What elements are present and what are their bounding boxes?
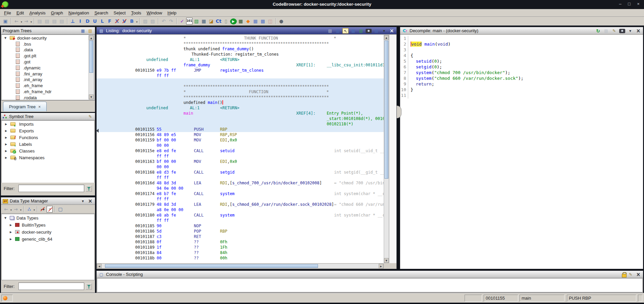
listing-line[interactable]: 00101159bf 00 00MOVEDI,0x0: [97, 137, 384, 143]
memory-map-icon[interactable]: ▦: [237, 18, 244, 24]
decompile-line[interactable]: 6 setgid(0);: [400, 64, 643, 70]
listing-line[interactable]: 00101180e8 ab feCALLsystemint system(cha…: [97, 212, 384, 218]
prev-function-icon[interactable]: ▤: [36, 18, 43, 24]
clear-x-icon[interactable]: X: [114, 18, 120, 24]
open-arrow-icon[interactable]: ▼: [4, 216, 6, 219]
tree-item-imports[interactable]: ▶Imports: [2, 121, 94, 127]
tab-close-icon[interactable]: [38, 104, 41, 109]
filter-config-icon[interactable]: [86, 283, 92, 290]
tree-item--got-plt[interactable]: .got.plt: [2, 53, 94, 59]
closed-arrow-icon[interactable]: ▶: [10, 237, 12, 240]
listing-line[interactable]: 001011880f??0Fh: [97, 239, 384, 245]
closed-arrow-icon[interactable]: ▶: [5, 136, 7, 139]
listing-line[interactable]: mainXREF[4]:Entry Point(*),: [97, 111, 384, 116]
decompile-line[interactable]: 5 setuid(0);: [400, 59, 643, 64]
clear-code-icon[interactable]: Ct: [215, 18, 222, 24]
listing-line[interactable]: ****************************************…: [97, 41, 384, 46]
sphere-icon[interactable]: ●: [278, 18, 285, 24]
tree-item--eh-frame-hdr[interactable]: .eh_frame_hdr: [2, 88, 94, 95]
function-f-icon[interactable]: F: [106, 18, 113, 24]
listing-line[interactable]: 0010118a84??84h: [97, 250, 384, 255]
chevron-icon[interactable]: [381, 28, 387, 34]
prev-range-icon[interactable]: ▤: [51, 18, 58, 24]
listing-line[interactable]: 00101163bf 00 00MOVEDI,0x0: [97, 159, 384, 164]
minimize-icon[interactable]: –: [617, 1, 623, 7]
menu-select[interactable]: Select: [111, 10, 128, 16]
register-table-icon[interactable]: ▦: [252, 18, 259, 24]
tree-item--rodata[interactable]: .rodata: [2, 95, 94, 100]
data-type-manager-filter-input[interactable]: [18, 283, 84, 290]
dtm-filter-arrays-icon[interactable]: →: [47, 206, 53, 212]
menu-window[interactable]: Window: [144, 10, 165, 16]
listing-line[interactable]: ff ff: [97, 154, 384, 159]
stamp-icon[interactable]: ▨: [142, 18, 149, 24]
listing-horizontal-scrollbar[interactable]: ◀ ▶: [97, 263, 384, 268]
tree-item--dynamic[interactable]: .dynamic: [2, 65, 94, 71]
menu-analysis[interactable]: Analysis: [26, 10, 48, 16]
memory-icon[interactable]: ▧: [193, 18, 200, 24]
closed-arrow-icon[interactable]: ▶: [10, 223, 12, 226]
listing-line[interactable]: frame_dummyXREF[1]:__libc_csu_init:00101…: [97, 62, 384, 68]
next-function-icon[interactable]: ▤: [44, 18, 50, 24]
decompile-line[interactable]: 3: [400, 47, 643, 53]
listing-line[interactable]: 0010117948 8d 3dLEARDI,[s_chmod_660_/var…: [97, 202, 384, 207]
paste-icon[interactable]: [335, 28, 341, 34]
listing-line[interactable]: undefinedAL:1<RETURN>: [97, 57, 384, 62]
lock-icon[interactable]: [622, 272, 626, 277]
menu-edit[interactable]: Edit: [14, 10, 26, 16]
new-tree-icon[interactable]: [80, 28, 86, 34]
tree-item--fini-array[interactable]: .fini_array: [2, 71, 94, 77]
copy-icon[interactable]: [327, 28, 333, 34]
close-icon[interactable]: [635, 28, 641, 34]
dtm-forward-icon[interactable]: →▾: [12, 206, 19, 212]
closed-arrow-icon[interactable]: ▶: [5, 149, 7, 153]
listing-line[interactable]: ff ff: [97, 73, 384, 78]
listing-line[interactable]: 00 00: [97, 164, 384, 170]
tab-program-tree[interactable]: Program Tree: [3, 102, 47, 111]
listing-line[interactable]: ff ff: [97, 196, 384, 202]
tree-item-labels[interactable]: ▶Labels: [2, 141, 94, 147]
listing-line[interactable]: 001011891f??1Fh: [97, 245, 384, 250]
open-program-icon[interactable]: [87, 28, 93, 34]
tree-item--eh-frame[interactable]: .eh_frame: [2, 82, 94, 88]
tree-item--got[interactable]: .got: [2, 59, 94, 65]
listing-line[interactable]: 0010118b00??00h: [97, 255, 384, 261]
camera-icon[interactable]: [366, 29, 372, 33]
menu-navigation[interactable]: Navigation: [66, 10, 92, 16]
chevron-icon[interactable]: [627, 28, 633, 34]
listing-line[interactable]: 00101168e8 d3 feCALLsetgidint setgid(__g…: [97, 170, 384, 175]
dtm-back-icon[interactable]: ←▾: [3, 206, 9, 212]
collapse-panel-icon[interactable]: [96, 129, 99, 133]
bookmarks-icon[interactable]: ◪: [208, 18, 215, 24]
listing-line[interactable]: _start:0010108d(*), 001020: [97, 116, 384, 121]
closed-arrow-icon[interactable]: ▶: [10, 230, 12, 233]
run-script-icon[interactable]: ▶: [230, 18, 237, 24]
save-icon[interactable]: ▣: [2, 18, 9, 24]
listing-line[interactable]: 001011865dPOPRBP: [97, 229, 384, 234]
snapshot-table-icon[interactable]: [350, 28, 356, 34]
forward-icon[interactable]: →▾: [23, 18, 30, 24]
dtm-display-options-icon[interactable]: ∴▾: [26, 206, 33, 212]
video-icon[interactable]: ▦: [201, 18, 207, 24]
listing-line[interactable]: * FUNCTION *: [97, 89, 384, 95]
listing-line[interactable]: * THUNK FUNCTION *: [97, 36, 384, 41]
tree-item-classes[interactable]: ▶Classes: [2, 147, 94, 154]
listing-line[interactable]: 0010115555PUSHRBP: [97, 127, 384, 132]
close-icon[interactable]: [87, 198, 93, 204]
clear-v-icon[interactable]: V: [121, 18, 128, 24]
listing-line[interactable]: ****************************************…: [97, 84, 384, 89]
next-range-icon[interactable]: ▤: [58, 18, 65, 24]
menu-graph[interactable]: Graph: [48, 10, 66, 16]
label-l-icon[interactable]: L: [99, 18, 106, 24]
stamp-alt-icon[interactable]: ▨: [149, 18, 156, 24]
dtm-filter-pointers-icon[interactable]: →: [39, 206, 46, 212]
validate-icon[interactable]: ✓: [179, 18, 185, 24]
menu-help[interactable]: Help: [165, 10, 179, 16]
tree-item--bss[interactable]: .bss: [2, 41, 94, 47]
tree-item--data[interactable]: .data: [2, 47, 94, 53]
decompile-line[interactable]: 9 return;: [400, 81, 643, 87]
bookmark-b-icon[interactable]: B▾: [128, 18, 135, 24]
tree-item-functions[interactable]: ▶Functions: [2, 134, 94, 141]
chevron-icon[interactable]: [80, 198, 86, 204]
tree-item-docker-security[interactable]: ▶docker-security: [2, 228, 94, 235]
